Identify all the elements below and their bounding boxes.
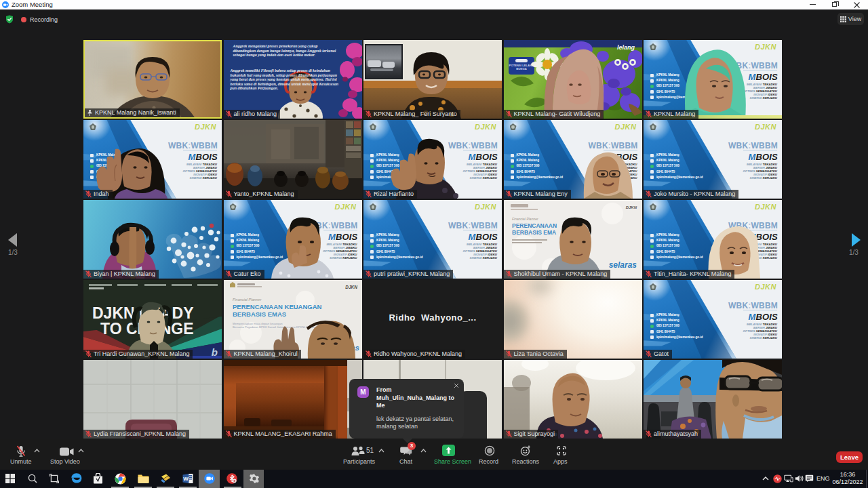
svg-text:DJKN: DJKN (345, 285, 357, 289)
svg-text:lelang: lelang (616, 44, 635, 51)
svg-text:Bersama Pegadaian BPKH Kanwil: Bersama Pegadaian BPKH Kanwil Jatim bers… (233, 325, 316, 329)
svg-text:PERENCANAAN: PERENCANAAN (512, 222, 557, 229)
svg-text:selaras: selaras (608, 260, 637, 270)
svg-text:Financial Planner: Financial Planner (512, 217, 538, 221)
svg-text:PERENCANAAN KEUANGAN: PERENCANAAN KEUANGAN (233, 303, 322, 310)
svg-text:BUNGA: BUNGA (516, 67, 526, 70)
svg-text:W: W (183, 476, 189, 482)
svg-text:b: b (212, 346, 218, 358)
svg-text:BERBASIS EMA: BERBASIS EMA (512, 229, 556, 236)
svg-text:Financial Planner: Financial Planner (233, 298, 262, 302)
svg-text:DJKN: DJKN (625, 205, 637, 209)
svg-text:BERBASIS EMAS: BERBASIS EMAS (233, 310, 286, 318)
